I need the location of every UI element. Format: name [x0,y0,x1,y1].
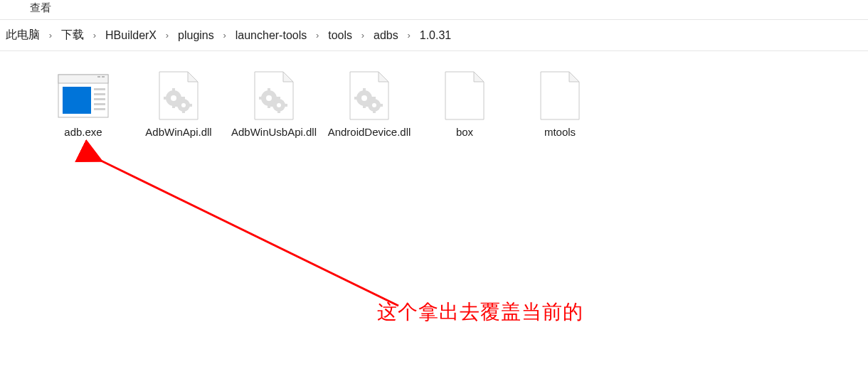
svg-rect-43 [366,104,369,107]
file-item-androiddevice-dll[interactable]: AndroidDevice.dll [323,70,416,162]
file-label: AdbWinApi.dll [145,125,211,139]
svg-rect-13 [164,97,168,100]
svg-point-21 [181,103,186,107]
svg-point-33 [277,103,281,107]
dll-icon [341,71,398,121]
chevron-right-icon[interactable]: › [311,30,324,41]
file-label: mtools [544,125,576,139]
file-item-box[interactable]: box [418,70,511,162]
svg-rect-19 [175,104,179,107]
svg-rect-8 [94,103,105,105]
svg-rect-4 [63,87,91,114]
svg-rect-3 [102,76,105,78]
svg-rect-1 [58,75,108,83]
breadcrumb-item-tools[interactable]: tools [324,26,356,45]
svg-rect-30 [277,109,280,113]
svg-rect-29 [277,97,280,100]
svg-point-15 [171,95,176,101]
svg-rect-18 [182,109,185,113]
file-label: box [456,125,473,139]
svg-rect-41 [373,97,376,100]
svg-rect-24 [268,104,270,108]
file-grid: adb.exe [36,67,859,165]
chevron-right-icon[interactable]: › [403,30,416,41]
svg-point-39 [361,95,367,101]
file-label: AndroidDevice.dll [328,125,411,139]
file-item-adb-exe[interactable]: adb.exe [37,70,129,162]
svg-rect-31 [270,104,274,107]
exe-icon [55,71,112,121]
svg-rect-17 [182,97,185,100]
chevron-right-icon[interactable]: › [356,30,369,41]
svg-rect-25 [259,97,263,100]
chevron-right-icon[interactable]: › [161,30,174,41]
svg-rect-44 [379,104,383,107]
breadcrumb-item-adbs[interactable]: adbs [369,26,403,45]
menu-bar: 查看 [0,0,868,20]
breadcrumb-item-launcher-tools[interactable]: launcher-tools [231,26,312,45]
svg-rect-32 [284,104,287,107]
svg-rect-37 [354,97,359,100]
file-item-adbwinusbapi-dll[interactable]: AdbWinUsbApi.dll [228,70,320,162]
chevron-right-icon[interactable]: › [88,30,101,41]
breadcrumb-item-this-pc[interactable]: 此电脑 [1,25,44,46]
breadcrumb-item-plugins[interactable]: plugins [174,26,218,45]
svg-point-45 [372,103,376,107]
file-label: AdbWinUsbApi.dll [231,125,317,139]
breadcrumb-item-downloads[interactable]: 下载 [57,25,88,46]
svg-rect-9 [94,108,105,110]
breadcrumb-item-hbuilderx[interactable]: HBuilderX [101,26,161,45]
chevron-right-icon[interactable]: › [218,30,231,41]
svg-rect-35 [363,88,366,92]
svg-rect-12 [172,104,175,108]
dll-icon [150,71,207,121]
svg-rect-2 [97,76,100,78]
file-item-mtools[interactable]: mtools [514,70,606,162]
file-label: adb.exe [64,125,102,139]
svg-rect-7 [94,98,105,100]
blank-file-icon [531,71,588,121]
svg-rect-42 [373,109,376,113]
svg-rect-6 [94,93,105,95]
svg-rect-23 [268,88,270,92]
svg-rect-5 [94,88,105,90]
breadcrumb: 此电脑 › 下载 › HBuilderX › plugins › launche… [0,20,868,51]
file-pane[interactable]: adb.exe [0,51,868,374]
dll-icon [245,71,302,121]
svg-rect-20 [189,104,192,107]
menu-view[interactable]: 查看 [30,1,51,14]
file-item-adbwinapi-dll[interactable]: AdbWinApi.dll [132,70,225,162]
svg-rect-36 [363,104,366,108]
blank-file-icon [436,71,493,121]
chevron-right-icon[interactable]: › [44,30,57,41]
svg-point-27 [266,95,272,101]
breadcrumb-item-version[interactable]: 1.0.31 [416,26,455,45]
svg-rect-11 [172,88,175,92]
